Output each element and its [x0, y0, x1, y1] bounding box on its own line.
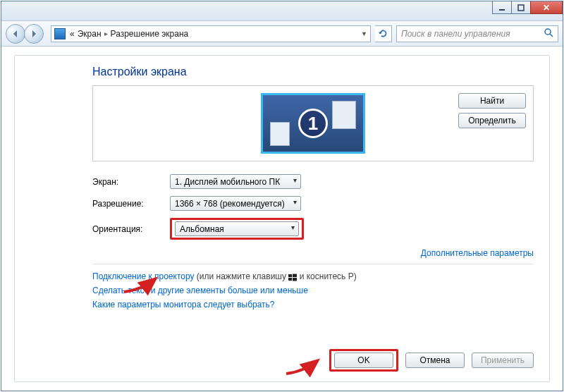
control-panel-icon: [54, 28, 66, 39]
advanced-settings-link[interactable]: Дополнительные параметры: [421, 248, 534, 258]
maximize-button[interactable]: [511, 1, 531, 14]
nav-arrows: [6, 24, 47, 44]
svg-rect-1: [518, 5, 524, 11]
close-button[interactable]: ✕: [530, 1, 563, 14]
highlight-annotation: OK: [329, 349, 398, 372]
display-preview: 1 Найти Определить: [92, 85, 534, 161]
breadcrumb-item[interactable]: Разрешение экрана: [111, 29, 189, 39]
svg-line-3: [550, 34, 553, 37]
svg-rect-5: [293, 274, 297, 277]
svg-rect-6: [288, 278, 292, 281]
screen-dropdown[interactable]: 1. Дисплей мобильного ПК: [170, 174, 301, 189]
minimize-button[interactable]: [492, 1, 512, 14]
address-dropdown-icon[interactable]: ▼: [361, 30, 367, 37]
content-area: Настройки экрана 1 Найти Определить Экра…: [1, 47, 563, 391]
which-settings-link[interactable]: Какие параметры монитора следует выбрать…: [92, 300, 275, 310]
find-button[interactable]: Найти: [458, 93, 526, 109]
breadcrumb-item[interactable]: Экран: [78, 29, 102, 39]
separator: [92, 264, 534, 264]
refresh-button[interactable]: [375, 25, 392, 42]
apply-button[interactable]: Применить: [472, 353, 534, 368]
svg-point-2: [545, 29, 551, 35]
highlight-annotation: Альбомная: [170, 218, 304, 240]
text-size-link[interactable]: Сделать текст и другие элементы больше и…: [92, 286, 308, 295]
page-title: Настройки экрана: [92, 66, 534, 78]
back-button[interactable]: [6, 24, 25, 44]
ok-button[interactable]: OK: [334, 353, 393, 368]
svg-rect-0: [499, 9, 505, 11]
navbar: « Экран ▸ Разрешение экрана ▼ Поиск в па…: [1, 21, 563, 47]
search-icon: [544, 28, 553, 39]
footer-buttons: OK Отмена Применить: [329, 349, 534, 372]
search-input[interactable]: Поиск в панели управления: [396, 25, 558, 42]
resolution-dropdown[interactable]: 1366 × 768 (рекомендуется): [170, 196, 301, 211]
orientation-label: Ориентация:: [92, 224, 170, 234]
window-thumb-icon: [270, 122, 290, 146]
monitor-thumbnail[interactable]: 1: [261, 93, 365, 154]
projector-hint-b: и коснитесь P): [297, 271, 356, 281]
monitor-number: 1: [298, 109, 328, 138]
orientation-dropdown[interactable]: Альбомная: [175, 221, 299, 236]
detect-button[interactable]: Определить: [458, 113, 526, 128]
resolution-label: Разрешение:: [92, 199, 170, 209]
window-frame: ✕ « Экран ▸ Разрешение экрана ▼ Пои: [1, 1, 563, 391]
cancel-button[interactable]: Отмена: [405, 353, 465, 368]
projector-link[interactable]: Подключение к проектору: [92, 271, 195, 281]
window-thumb-icon: [332, 101, 356, 129]
search-placeholder: Поиск в панели управления: [401, 29, 510, 39]
breadcrumb-separator-icon: ▸: [104, 30, 108, 37]
screen-label: Экран:: [92, 177, 170, 187]
svg-rect-4: [288, 274, 292, 277]
settings-panel: Настройки экрана 1 Найти Определить Экра…: [14, 55, 550, 382]
arrow-annotation-icon: [283, 356, 325, 377]
svg-rect-7: [293, 278, 297, 281]
titlebar: ✕: [1, 1, 563, 21]
projector-hint-a: (или нажмите клавишу: [195, 271, 289, 281]
forward-button[interactable]: [24, 24, 44, 44]
help-links: Подключение к проектору (или нажмите кла…: [92, 271, 534, 310]
windows-key-icon: [288, 274, 297, 282]
breadcrumb-prefix: «: [70, 29, 75, 39]
address-bar[interactable]: « Экран ▸ Разрешение экрана ▼: [51, 25, 371, 42]
